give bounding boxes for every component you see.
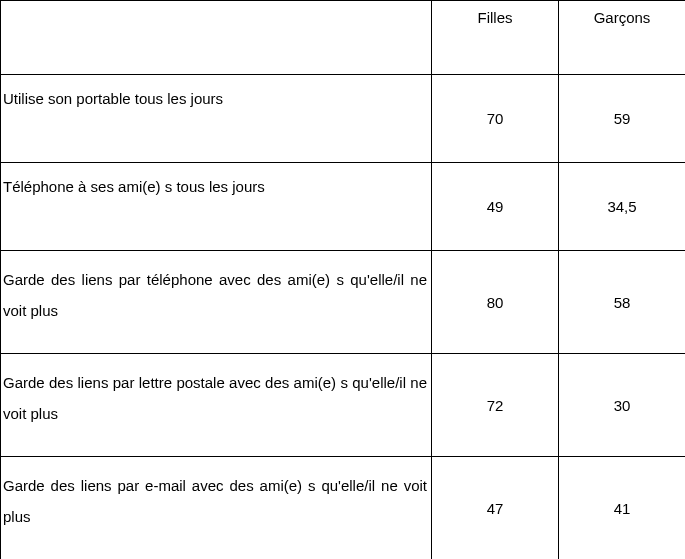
row-value-garcons: 59: [559, 75, 686, 163]
row-value-filles: 80: [432, 251, 559, 354]
row-value-filles: 47: [432, 457, 559, 560]
table-row: Garde des liens par téléphone avec des a…: [1, 251, 686, 354]
row-value-garcons: 58: [559, 251, 686, 354]
header-garcons: Garçons: [559, 1, 686, 75]
row-value-garcons: 41: [559, 457, 686, 560]
table-row: Utilise son portable tous les jours 70 5…: [1, 75, 686, 163]
data-table: Filles Garçons Utilise son portable tous…: [0, 0, 685, 559]
row-value-filles: 49: [432, 163, 559, 251]
header-blank: [1, 1, 432, 75]
table-row: Garde des liens par e-mail avec des ami(…: [1, 457, 686, 560]
row-value-garcons: 34,5: [559, 163, 686, 251]
row-label: Garde des liens par e-mail avec des ami(…: [1, 457, 432, 560]
row-label: Utilise son portable tous les jours: [1, 75, 432, 163]
row-label: Téléphone à ses ami(e) s tous les jours: [1, 163, 432, 251]
header-filles: Filles: [432, 1, 559, 75]
table-header-row: Filles Garçons: [1, 1, 686, 75]
row-label: Garde des liens par téléphone avec des a…: [1, 251, 432, 354]
row-value-filles: 72: [432, 354, 559, 457]
table-row: Garde des liens par lettre postale avec …: [1, 354, 686, 457]
row-label: Garde des liens par lettre postale avec …: [1, 354, 432, 457]
row-value-filles: 70: [432, 75, 559, 163]
table-row: Téléphone à ses ami(e) s tous les jours …: [1, 163, 686, 251]
row-value-garcons: 30: [559, 354, 686, 457]
